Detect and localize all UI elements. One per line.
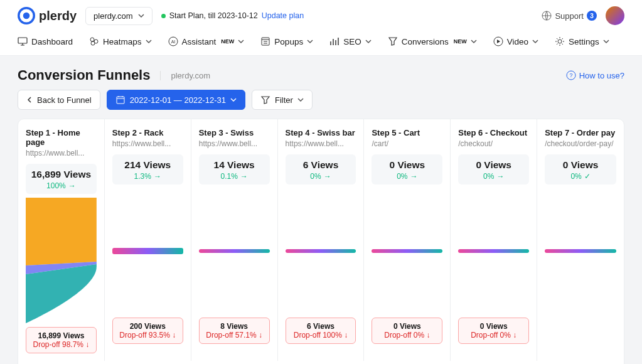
step-title: Step 7 - Order pay xyxy=(545,128,616,137)
step-url: https://www.bell... xyxy=(199,139,270,148)
arrow-icon: → xyxy=(324,172,331,181)
funnel-panel: Step 1 - Home page https://www.bell... 1… xyxy=(18,119,624,364)
funnel-visual xyxy=(545,188,616,314)
nav-heatmaps[interactable]: Heatmaps xyxy=(89,36,152,46)
dropoff-views: 0 Views xyxy=(461,322,526,331)
step-title: Step 2 - Rack xyxy=(112,128,183,137)
views-box: 0 Views 0% → xyxy=(372,154,442,185)
navbar: Dashboard Heatmaps AIAssistantNEW Popups… xyxy=(0,31,642,56)
svg-rect-3 xyxy=(18,38,27,43)
nav-assistant[interactable]: AIAssistantNEW xyxy=(168,36,245,46)
views-box: 6 Views 0% → xyxy=(286,154,356,185)
views-value: 16,899 Views xyxy=(28,169,94,180)
views-pct: 1.3% → xyxy=(134,172,161,181)
play-icon xyxy=(493,36,503,46)
page-title: Conversion Funnels xyxy=(18,67,150,83)
filter-button[interactable]: Filter xyxy=(252,90,313,110)
dropoff-pct: Drop-off 100% ↓ xyxy=(289,331,353,340)
step-title: Step 3 - Swiss xyxy=(199,128,270,137)
funnel-step: Step 6 - Checkout /checkout/ 0 Views 0% … xyxy=(451,119,537,361)
page-header: Conversion Funnels plerdy.com ? How to u… xyxy=(0,56,642,90)
views-pct: 0% → xyxy=(483,172,504,181)
popup-icon xyxy=(260,36,270,46)
dropoff-views: 8 Views xyxy=(202,322,267,331)
views-value: 214 Views xyxy=(115,159,181,171)
views-value: 6 Views xyxy=(288,159,354,171)
nav-dashboard[interactable]: Dashboard xyxy=(18,36,73,46)
support-label: Support xyxy=(555,11,584,21)
funnel-bar xyxy=(112,248,183,254)
howto-link[interactable]: ? How to use? xyxy=(566,70,624,80)
support-count-badge: 3 xyxy=(587,11,597,21)
chevron-down-icon xyxy=(603,38,609,45)
arrow-icon: → xyxy=(68,181,76,190)
filter-icon xyxy=(260,95,270,105)
calendar-icon xyxy=(115,95,126,105)
views-pct: 0.1% → xyxy=(220,172,247,181)
arrow-icon: ✓ xyxy=(584,172,591,181)
back-button[interactable]: Back to Funnel xyxy=(18,90,100,110)
dropoff-box: 16,899 Views Drop-off 98.7% ↓ xyxy=(26,327,97,353)
step-url: /checkout/order-pay/ xyxy=(545,139,616,148)
dropoff-pct: Drop-off 57.1% ↓ xyxy=(202,331,267,340)
update-plan-link[interactable]: Update plan xyxy=(262,11,304,20)
nav-conversions[interactable]: ConversionsNEW xyxy=(388,36,477,46)
funnel-step: Step 4 - Swiss bar https://www.bell... 6… xyxy=(278,119,365,361)
legend: Desktop Mobile Tablet xyxy=(18,361,624,364)
svg-text:?: ? xyxy=(569,72,572,78)
logo[interactable]: plerdy xyxy=(18,7,77,24)
svg-point-11 xyxy=(558,40,562,43)
funnel-bar xyxy=(372,249,442,253)
nav-settings[interactable]: Settings xyxy=(555,36,609,46)
globe-icon xyxy=(542,11,552,21)
funnel-bar xyxy=(286,249,356,253)
brand-text: plerdy xyxy=(39,9,77,23)
dropoff-pct: Drop-off 93.5% ↓ xyxy=(115,331,180,340)
steps-grid: Step 1 - Home page https://www.bell... 1… xyxy=(18,119,624,361)
chevron-down-icon xyxy=(307,38,313,45)
arrow-icon: → xyxy=(240,172,248,181)
funnel-step: Step 7 - Order pay /checkout/order-pay/ … xyxy=(537,119,624,361)
plan-info: Start Plan, till 2023-10-12 Update plan xyxy=(161,11,304,20)
avatar[interactable] xyxy=(606,6,624,25)
help-icon: ? xyxy=(566,70,576,80)
dropoff-pct: Drop-off 0% ↓ xyxy=(461,331,526,340)
plerdy-logo-icon xyxy=(18,7,35,24)
dropoff-views: 0 Views xyxy=(375,322,439,331)
nav-popups[interactable]: Popups xyxy=(260,36,313,46)
heatmap-icon xyxy=(89,36,99,46)
svg-text:AI: AI xyxy=(171,40,175,44)
chevron-down-icon xyxy=(146,38,152,45)
step-url: https://www.bell... xyxy=(112,139,183,148)
step-url: /checkout/ xyxy=(458,139,529,148)
chevron-down-icon xyxy=(230,97,237,103)
arrow-icon: → xyxy=(154,172,161,181)
monitor-icon xyxy=(18,36,28,46)
dropoff-box: 0 Views Drop-off 0% ↓ xyxy=(458,318,529,344)
chevron-down-icon xyxy=(238,38,244,45)
funnel-visual xyxy=(458,188,529,314)
nav-seo[interactable]: SEO xyxy=(329,36,372,46)
step-url: https://www.bell... xyxy=(286,139,356,148)
dropoff-pct: Drop-off 98.7% ↓ xyxy=(29,340,94,349)
nav-video[interactable]: Video xyxy=(493,36,538,46)
funnel-icon xyxy=(388,36,398,46)
dropoff-views: 6 Views xyxy=(289,322,353,331)
chevron-down-icon xyxy=(471,38,477,45)
step-title: Step 1 - Home page xyxy=(26,128,97,147)
dropoff-views: 16,899 Views xyxy=(29,331,94,340)
funnel-visual xyxy=(26,198,97,323)
step-url: https://www.bell... xyxy=(26,149,97,158)
site-selector[interactable]: plerdy.com xyxy=(85,7,152,25)
step-url: /cart/ xyxy=(372,139,442,148)
step-title: Step 5 - Cart xyxy=(372,128,442,137)
dropoff-box: 8 Views Drop-off 57.1% ↓ xyxy=(199,318,270,344)
views-pct: 0% → xyxy=(310,172,331,181)
daterange-picker[interactable]: 2022-12-01 — 2022-12-31 xyxy=(107,90,245,110)
support-link[interactable]: Support 3 xyxy=(542,11,597,21)
svg-point-1 xyxy=(23,13,30,19)
svg-point-6 xyxy=(91,41,95,45)
step-title: Step 4 - Swiss bar xyxy=(286,128,356,137)
views-box: 0 Views 0% ✓ xyxy=(545,154,616,185)
dropoff-pct: Drop-off 0% ↓ xyxy=(375,331,439,340)
